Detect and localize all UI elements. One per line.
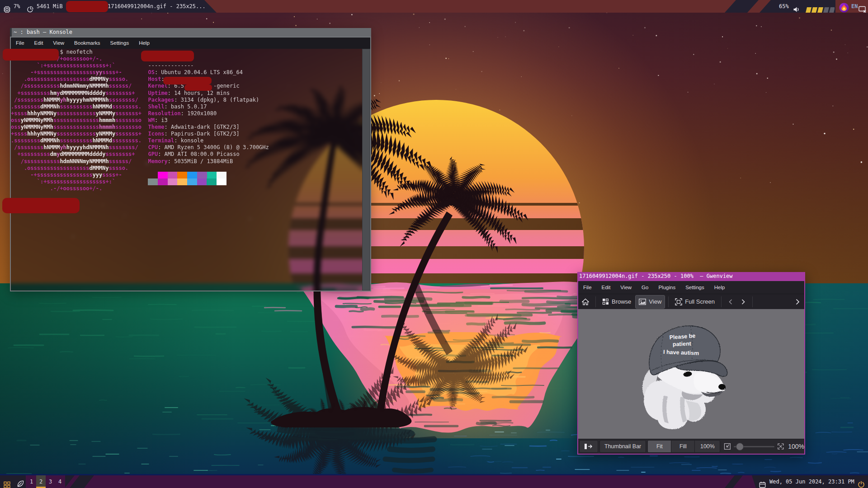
- home-icon: [582, 298, 589, 305]
- volume-percent: 65%: [779, 0, 789, 13]
- power-icon[interactable]: [858, 478, 865, 488]
- gwenview-title: 1716049912004n.gif - 235x250 - 100% — Gw…: [579, 273, 733, 279]
- next-button[interactable]: [737, 296, 749, 308]
- apps-grid-icon[interactable]: [4, 479, 10, 488]
- cap-text-line2: patient: [673, 341, 692, 347]
- zoom-mode-segment: Fit Fill 100%: [647, 440, 720, 453]
- scrollbar-thumb[interactable]: [363, 49, 370, 290]
- workspace-2[interactable]: 2: [36, 475, 46, 488]
- fit-label: Fit: [656, 443, 663, 450]
- feather-icon[interactable]: [16, 478, 24, 488]
- home-button[interactable]: [579, 296, 592, 308]
- redaction-box: [3, 49, 59, 61]
- gwenview-menu-settings[interactable]: Settings: [680, 281, 709, 294]
- gwenview-toolbar: Browse View Full Screen: [578, 294, 804, 309]
- hundred-percent-button[interactable]: 100%: [695, 441, 720, 452]
- workspace-1[interactable]: 1: [27, 475, 36, 488]
- chevron-right-icon: [795, 298, 800, 305]
- zoom-slider[interactable]: [734, 443, 774, 450]
- calendar-icon: [759, 479, 766, 488]
- zoom-to-fit-icon[interactable]: [724, 443, 731, 450]
- volume-icon[interactable]: [793, 3, 800, 16]
- browse-icon: [602, 298, 609, 305]
- toolbar-overflow-button[interactable]: [792, 296, 803, 308]
- konsole-titlebar[interactable]: ~ : bash — Konsole: [10, 28, 371, 37]
- clock[interactable]: Wed, 05 Jun 2024, 23:31 PM: [769, 475, 854, 488]
- viewed-image: Please be patient I have autism: [638, 318, 744, 431]
- konsole-window: ~ : bash — Konsole FileEditViewBookmarks…: [10, 28, 371, 291]
- memory-usage: 5461 MiB: [37, 0, 63, 13]
- fill-button[interactable]: Fill: [671, 441, 695, 452]
- redaction-box: [66, 1, 108, 12]
- gwenview-menubar: FileEditViewGoPluginsSettingsHelp: [578, 281, 804, 294]
- redaction-box: [184, 84, 212, 91]
- fit-button[interactable]: Fit: [648, 441, 671, 452]
- konsole-menu-edit[interactable]: Edit: [29, 38, 48, 49]
- view-button[interactable]: View: [635, 295, 665, 309]
- gwenview-window: 1716049912004n.gif - 235x250 - 100% — Gw…: [577, 272, 805, 455]
- gwenview-menu-view[interactable]: View: [615, 281, 637, 294]
- konsole-menubar: FileEditViewBookmarksSettingsHelp: [11, 38, 370, 49]
- zoom-slider-thumb[interactable]: [736, 443, 744, 450]
- zoom-level: 100%: [788, 443, 804, 450]
- cpu-usage: 7%: [14, 0, 20, 13]
- konsole-menu-file[interactable]: File: [11, 38, 29, 49]
- keyboard-layout[interactable]: EN: [851, 0, 858, 13]
- gwenview-menu-edit[interactable]: Edit: [597, 281, 616, 294]
- zoom-expand-icon[interactable]: [777, 443, 784, 450]
- konsole-menu-bookmarks[interactable]: Bookmarks: [69, 38, 105, 49]
- top-bar: 7% 5461 MiB 1716049912004n.gif - 235x25.…: [0, 0, 868, 13]
- focused-window-title: 1716049912004n.gif - 235x25...: [108, 0, 206, 13]
- konsole-menu-help[interactable]: Help: [134, 38, 155, 49]
- gwenview-statusbar: Thumbnail Bar Fit Fill 100% 100%: [578, 439, 804, 454]
- gwenview-menu-go[interactable]: Go: [637, 281, 653, 294]
- fill-label: Fill: [679, 443, 687, 450]
- gwenview-titlebar[interactable]: 1716049912004n.gif - 235x250 - 100% — Gw…: [577, 272, 805, 280]
- previous-button[interactable]: [725, 296, 736, 308]
- chevron-right-icon: [741, 299, 746, 305]
- screen-x-icon[interactable]: [859, 3, 867, 16]
- chevron-left-icon: [728, 299, 733, 305]
- desktop: ~ : bash — Konsole FileEditViewBookmarks…: [0, 0, 868, 488]
- browse-button[interactable]: Browse: [599, 296, 634, 308]
- bottom-bar: 1234 Wed, 05 Jun 2024, 23:31 PM: [0, 474, 868, 488]
- thumbnail-bar-label: Thumbnail Bar: [604, 443, 641, 450]
- konsole-menu-settings[interactable]: Settings: [105, 38, 134, 49]
- volume-meter: [806, 4, 835, 16]
- cap-text-line3: I have autism: [663, 349, 699, 357]
- sidebar-toggle-button[interactable]: [579, 440, 598, 453]
- view-icon: [639, 299, 646, 305]
- konsole-scrollbar[interactable]: [362, 49, 370, 291]
- hundred-label: 100%: [700, 443, 715, 450]
- fullscreen-button[interactable]: Full Screen: [672, 296, 718, 308]
- flame-avatar-icon[interactable]: [839, 1, 849, 14]
- workspace-3[interactable]: 3: [46, 475, 55, 488]
- redaction-box: [163, 77, 212, 84]
- cpu-chip-icon: [4, 3, 10, 16]
- gwenview-menu-help[interactable]: Help: [709, 281, 730, 294]
- redaction-box: [141, 51, 194, 61]
- gwenview-viewer[interactable]: Please be patient I have autism: [578, 309, 804, 439]
- konsole-title: ~ : bash — Konsole: [14, 29, 72, 35]
- view-label: View: [649, 298, 661, 305]
- browse-label: Browse: [612, 298, 631, 305]
- sidebar-toggle-icon: [584, 443, 593, 450]
- terminal-text: evanj@evanj-pc:$ neofetch .-/+oossssoo+/…: [11, 49, 362, 206]
- konsole-menu-view[interactable]: View: [48, 38, 69, 49]
- redaction-box: [2, 198, 80, 213]
- workspace-4[interactable]: 4: [55, 475, 65, 488]
- gwenview-menu-plugins[interactable]: Plugins: [653, 281, 680, 294]
- fullscreen-icon: [675, 298, 682, 305]
- memory-pie-icon: [27, 3, 33, 16]
- fullscreen-label: Full Screen: [685, 298, 715, 305]
- gwenview-menu-file[interactable]: File: [578, 281, 597, 294]
- thumbnail-bar-button[interactable]: Thumbnail Bar: [599, 440, 646, 453]
